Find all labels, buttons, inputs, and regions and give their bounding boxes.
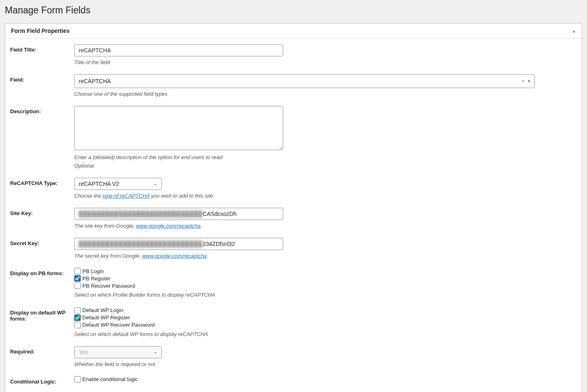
recaptcha-type-link[interactable]: type of reCAPTCHA	[103, 193, 150, 199]
chevron-down-icon[interactable]: ▾	[528, 78, 530, 84]
required-help: Whether the field is required or not	[74, 361, 577, 368]
field-type-select[interactable]: reCAPTCHA × ▾	[74, 74, 535, 88]
site-key-link[interactable]: www.google.com/recaptcha	[136, 223, 200, 229]
wp-register-checkbox[interactable]	[74, 314, 81, 321]
field-title-label: Field Title:	[10, 44, 74, 53]
wp-login-checkbox[interactable]	[74, 307, 81, 314]
display-pb-help: Select on which Profile Builder forms to…	[74, 291, 577, 299]
secret-key-help: The secret key from Google, www.google.c…	[74, 252, 577, 260]
required-label: Required:	[10, 346, 74, 355]
conditional-opt-label: Enable conditional logic	[82, 376, 138, 382]
panel-body: Field Title: Title of the field Field: r…	[5, 39, 582, 392]
recaptcha-type-select[interactable]: reCAPTCHA V2 ⌄	[74, 178, 162, 190]
clear-icon[interactable]: ×	[522, 78, 525, 84]
panel-header-title: Form Field Properties	[11, 28, 70, 34]
wp-register-label: Default WP Register	[82, 314, 130, 321]
required-value: Yes	[79, 349, 88, 355]
pb-login-checkbox[interactable]	[74, 268, 81, 274]
site-key-help: The site key from Google, www.google.com…	[74, 222, 577, 230]
secret-key-link[interactable]: www.google.com/recaptcha	[142, 253, 207, 259]
site-key-input[interactable]: ████████████████████████████CASdcsozDh	[74, 208, 283, 220]
description-help-1: Enter a (detailed) description of the op…	[74, 154, 577, 161]
conditional-checkbox[interactable]	[74, 376, 81, 383]
pb-register-checkbox[interactable]	[74, 275, 81, 282]
secret-key-input[interactable]: ████████████████████████████234ZDfsnl32	[74, 238, 283, 250]
display-pb-label: Display on PB forms:	[10, 268, 74, 276]
secret-key-visible: 234ZDfsnl32	[203, 241, 235, 247]
pb-register-label: PB Register	[82, 276, 110, 282]
secret-key-blurred: ████████████████████████████	[79, 240, 203, 248]
chevron-down-icon: ⌄	[154, 349, 157, 355]
wp-recover-label: Default WP Recover Password	[82, 322, 155, 328]
field-type-help: Choose one of the supported field types	[74, 90, 577, 98]
field-type-label: Field:	[10, 74, 74, 83]
display-wp-label: Display on default WP forms:	[10, 307, 74, 322]
page-title: Manage Form Fields	[5, 5, 582, 16]
panel-header[interactable]: Form Field Properties ▲	[5, 24, 582, 39]
secret-key-label: Secret Key:	[10, 238, 74, 246]
description-help-2: Optional	[74, 162, 577, 170]
site-key-label: Site Key:	[10, 208, 74, 216]
collapse-icon[interactable]: ▲	[572, 29, 576, 33]
field-title-input[interactable]	[74, 44, 283, 56]
site-key-visible: CASdcsozDh	[203, 211, 237, 217]
pb-login-label: PB Login	[82, 268, 104, 274]
wp-login-label: Default WP Login	[82, 307, 123, 313]
pb-recover-label: PB Recover Password	[82, 283, 135, 289]
wp-recover-checkbox[interactable]	[74, 322, 81, 328]
description-textarea[interactable]	[74, 106, 283, 150]
recaptcha-type-value: reCAPTCHA V2	[79, 181, 119, 187]
site-key-blurred: ████████████████████████████	[79, 210, 203, 218]
chevron-down-icon: ⌄	[154, 181, 157, 186]
form-field-properties-panel: Form Field Properties ▲ Field Title: Tit…	[5, 23, 582, 392]
description-label: Description:	[10, 106, 74, 114]
display-wp-help: Select on which default WP forms to disp…	[74, 331, 577, 338]
required-select[interactable]: Yes ⌄	[74, 346, 162, 358]
conditional-label: Conditional Logic:	[10, 376, 74, 385]
recaptcha-type-help: Choose the type of reCAPTCHA you wish to…	[74, 192, 577, 200]
field-title-help: Title of the field	[74, 59, 577, 66]
pb-recover-checkbox[interactable]	[74, 282, 81, 289]
recaptcha-type-label: ReCAPTCHA Type:	[10, 178, 74, 186]
field-type-value: reCAPTCHA	[79, 78, 111, 84]
